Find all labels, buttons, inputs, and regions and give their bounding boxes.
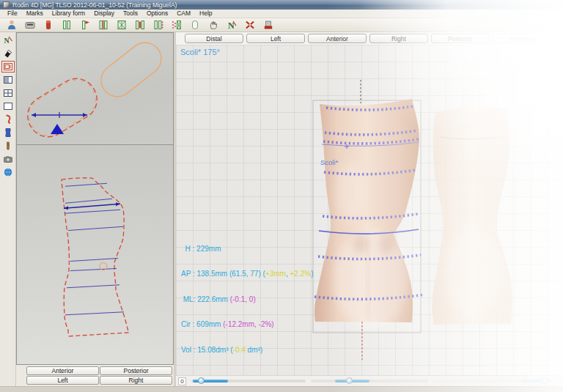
dots-mesh-icon[interactable] (169, 19, 184, 32)
main-area: N (0, 32, 563, 386)
3d-viewport[interactable]: Scoli* 175° Scoli* H : 229mm AP : 138.5m… (176, 45, 563, 375)
columns-axis-icon[interactable] (95, 19, 111, 32)
torso-blue-icon[interactable] (1, 127, 15, 138)
side-toolbar: N (0, 32, 16, 386)
menu-options[interactable]: Options (142, 10, 172, 18)
orthosis-icon[interactable] (1, 114, 15, 125)
menu-tools[interactable]: Tools (119, 10, 142, 18)
measurements-block: H : 229mm AP : 138.5mm (61.5, 77) (+3mm,… (181, 228, 313, 371)
menu-file[interactable]: File (3, 10, 22, 18)
tab-left[interactable]: Left (246, 34, 305, 43)
posterior-button[interactable]: Posterior (100, 366, 172, 375)
pencil-n-icon[interactable]: N (1, 34, 15, 46)
right-button[interactable]: Right (100, 376, 172, 385)
screw-icon[interactable] (1, 140, 15, 152)
app-icon (3, 1, 10, 8)
cross-section-canvas (17, 33, 173, 144)
view-tabs: Distal Left Anterior Right Posterior Pro… (176, 32, 563, 45)
anterior-marker-triangle[interactable] (51, 124, 64, 134)
menu-cam[interactable]: CAM (172, 10, 195, 18)
cross-section-panel[interactable] (16, 32, 174, 145)
measure-vol: Vol : 15.08dm³ (-0.4 dm³) (181, 346, 313, 355)
menu-library-form[interactable]: Library form (48, 10, 89, 18)
rodin4d-window: Rodin 4D [MG] TLSO 2012-06-01_10-52 (Tra… (0, 0, 563, 392)
title-bar[interactable]: Rodin 4D [MG] TLSO 2012-06-01_10-52 (Tra… (0, 0, 563, 10)
eraser-icon[interactable] (1, 48, 15, 59)
measure-ml: ML: 222.6mm (-0.1, 0) (181, 295, 313, 304)
letter-n-tool-icon[interactable]: N (224, 19, 239, 32)
globe-icon[interactable] (1, 166, 15, 178)
section-view-icon[interactable] (1, 61, 15, 73)
cast-red-icon[interactable] (40, 19, 56, 32)
hand-tool-icon[interactable] (205, 19, 221, 32)
section-measure-line[interactable] (32, 112, 87, 118)
reference-contour (95, 36, 168, 103)
blend-slider-3[interactable] (433, 380, 556, 382)
single-view-icon[interactable] (1, 100, 15, 112)
blank-columns-icon[interactable] (59, 19, 74, 32)
cylinder-icon[interactable] (187, 19, 202, 32)
profile-view-buttons: Anterior Posterior Left Right (16, 365, 174, 386)
flag-tool-icon[interactable] (77, 19, 92, 32)
status-bar (0, 386, 563, 392)
quad-view-icon[interactable] (1, 87, 15, 99)
camera-icon[interactable] (1, 153, 15, 165)
split-view-icon[interactable] (1, 74, 15, 86)
blend-slider-1[interactable] (191, 380, 306, 382)
viewer-column: Distal Left Anterior Right Posterior Pro… (176, 32, 563, 386)
tab-proximal[interactable]: Proximal (493, 34, 551, 43)
profile-selected-line[interactable] (64, 202, 120, 210)
reference-torso-model (432, 107, 512, 325)
menu-bar: File Marks Library form Display Tools Op… (0, 10, 563, 18)
profile-section-lines (65, 183, 124, 315)
scoli-angle-label: Scoli* 175° (180, 48, 220, 56)
columns-core-icon[interactable] (132, 19, 147, 32)
menu-marks[interactable]: Marks (22, 10, 48, 18)
tab-anterior[interactable]: Anterior (308, 34, 367, 43)
mesh-columns-icon[interactable] (114, 19, 129, 32)
blend-slider-2[interactable] (311, 380, 428, 382)
tab-right[interactable]: Right (369, 34, 428, 43)
left-panels: Anterior Posterior Left Right (16, 32, 174, 386)
svg-text:N: N (4, 37, 10, 45)
menu-help[interactable]: Help (195, 10, 216, 18)
patient-icon[interactable] (4, 19, 19, 32)
measure-ap: AP : 138.5mm (61.5, 77) (+3mm, +2.2%) (181, 270, 313, 278)
measure-cir: Cir : 609mm (-12.2mm, -2%) (181, 320, 313, 329)
bottom-slider-bar: 0 (176, 375, 563, 386)
profile-canvas (17, 145, 173, 364)
profile-panel[interactable] (16, 145, 174, 365)
window-title: Rodin 4D [MG] TLSO 2012-06-01_10-52 (Tra… (12, 1, 177, 9)
measure-height: H : 229mm (181, 245, 313, 254)
anterior-button[interactable]: Anterior (26, 366, 99, 375)
main-toolbar: N (0, 18, 563, 32)
cut-tools-icon[interactable] (242, 19, 257, 32)
columns-dots-icon[interactable] (150, 19, 166, 32)
tab-distal[interactable]: Distal (185, 34, 243, 43)
press-machine-icon[interactable] (260, 19, 276, 32)
slider-value-box[interactable]: 0 (178, 377, 186, 385)
carver-machine-icon[interactable] (22, 19, 37, 32)
menu-display[interactable]: Display (89, 10, 119, 18)
tab-posterior[interactable]: Posterior (431, 34, 490, 43)
model-name-label: Scoli* (320, 158, 338, 166)
left-button[interactable]: Left (26, 376, 99, 385)
